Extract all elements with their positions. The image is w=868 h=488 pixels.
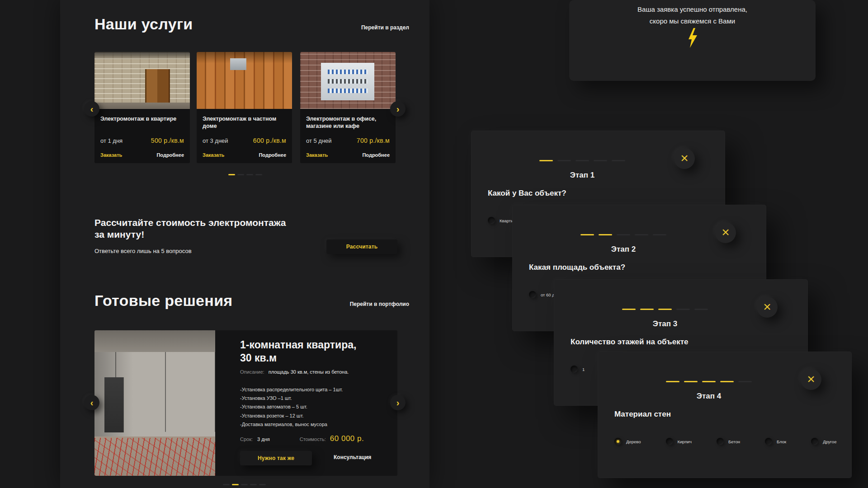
consultation-button[interactable]: Консультация bbox=[334, 454, 371, 460]
services-next-button[interactable]: › bbox=[390, 101, 406, 117]
close-button[interactable]: × bbox=[715, 222, 736, 243]
radio-label: Кирпич bbox=[678, 439, 692, 444]
dash[interactable] bbox=[250, 484, 257, 485]
works-item: -Установка распределительного щита – 1шт… bbox=[240, 385, 343, 394]
price-text: 700 р./кв.м bbox=[357, 137, 390, 144]
dash[interactable] bbox=[241, 484, 248, 485]
dash[interactable] bbox=[223, 484, 230, 485]
services-section-link[interactable]: Перейти в раздел bbox=[361, 24, 409, 31]
details-button[interactable]: Подробнее bbox=[156, 152, 184, 158]
radio-circle[interactable] bbox=[488, 217, 495, 224]
service-card: Электромонтаж в офисе, магазине или кафе… bbox=[300, 52, 396, 163]
radio-circle[interactable] bbox=[529, 291, 536, 298]
calculator-heading-line2: за минуту! bbox=[94, 229, 144, 240]
radio-option[interactable]: Бетон bbox=[717, 438, 740, 445]
radio-circle[interactable] bbox=[571, 366, 578, 373]
step-title: Этап 4 bbox=[666, 392, 752, 401]
success-toast: Ваша заявка успешно отправлена, скоро мы… bbox=[569, 0, 816, 81]
portfolio-section-link[interactable]: Перейти в портфолио bbox=[350, 301, 409, 307]
details-button[interactable]: Подробнее bbox=[259, 152, 286, 158]
dash bbox=[594, 160, 607, 161]
works-item: -Установка розеток – 12 шт. bbox=[240, 412, 343, 420]
quiz-modal-step4: Этап 4 × Материал стен Дерево Кирпич Бет… bbox=[598, 352, 852, 478]
portfolio-next-button[interactable]: › bbox=[390, 395, 406, 410]
close-button[interactable]: × bbox=[674, 148, 695, 169]
dash[interactable] bbox=[259, 484, 266, 485]
radio-circle[interactable] bbox=[666, 438, 673, 445]
radio-label: 1 bbox=[582, 367, 585, 372]
works-item: -Доставка материалов, вынос мусора bbox=[240, 420, 343, 429]
radio-circle[interactable] bbox=[614, 438, 622, 445]
radio-circle[interactable] bbox=[765, 438, 772, 445]
calculate-button[interactable]: Рассчитать bbox=[326, 239, 397, 254]
price-text: 600 р./кв.м bbox=[253, 137, 286, 144]
quiz-question: Количество этажей на объекте bbox=[571, 338, 688, 347]
progress-dashes bbox=[580, 234, 666, 235]
dash bbox=[653, 234, 666, 235]
quiz-options: 1 bbox=[571, 366, 585, 373]
renovated-room-photo bbox=[94, 330, 215, 476]
service-title: Электромонтаж в частном доме bbox=[203, 115, 280, 130]
radio-option[interactable]: Кирпич bbox=[666, 438, 692, 445]
radio-option[interactable]: Дерево bbox=[614, 438, 641, 445]
chevron-left-icon: ‹ bbox=[90, 398, 94, 407]
service-card: Электромонтаж в частном доме от 3 дней 6… bbox=[197, 52, 292, 163]
radio-option[interactable]: от 60 до bbox=[529, 291, 557, 298]
works-item: -Установка УЗО –1 шт. bbox=[240, 394, 343, 403]
progress-dashes bbox=[539, 160, 625, 161]
close-button[interactable]: × bbox=[801, 369, 821, 390]
dash[interactable] bbox=[246, 174, 253, 175]
dash bbox=[666, 381, 679, 382]
radio-option[interactable]: 1 bbox=[571, 366, 585, 373]
radio-option[interactable]: Квартир bbox=[488, 217, 516, 224]
radio-label: Бетон bbox=[728, 439, 740, 444]
calculator-heading-line1: Рассчитайте стоимость электромонтажа bbox=[94, 217, 286, 228]
order-button[interactable]: Заказать bbox=[100, 152, 122, 158]
cost-label: Стоимость: bbox=[300, 436, 326, 442]
dash bbox=[640, 309, 654, 310]
radio-circle[interactable] bbox=[717, 438, 724, 445]
term-value: 3 дня bbox=[257, 436, 270, 442]
chevron-right-icon: › bbox=[396, 398, 400, 407]
quiz-question: Какая площадь объекта? bbox=[529, 263, 625, 272]
dash[interactable] bbox=[255, 174, 262, 175]
solutions-heading: Готовые решения bbox=[94, 292, 232, 310]
same-project-button[interactable]: Нужно так же bbox=[240, 451, 312, 465]
radio-option[interactable]: Блок bbox=[765, 438, 786, 445]
dash bbox=[676, 309, 690, 310]
dash bbox=[539, 160, 553, 161]
close-icon: × bbox=[763, 300, 771, 314]
radio-circle[interactable] bbox=[811, 438, 818, 445]
quiz-question: Материал стен bbox=[614, 410, 671, 419]
details-button[interactable]: Подробнее bbox=[362, 152, 390, 158]
project-title-line2: 30 кв.м bbox=[240, 352, 356, 365]
quiz-question: Какой у Вас объект? bbox=[488, 189, 566, 198]
term-cost-row: Срок: 3 дня Стоимость: 60 000 р. bbox=[240, 434, 364, 443]
order-button[interactable]: Заказать bbox=[203, 152, 224, 158]
dash[interactable] bbox=[228, 174, 235, 175]
service-title: Электромонтаж в квартире bbox=[100, 115, 176, 122]
works-list: -Установка распределительного щита – 1шт… bbox=[240, 385, 343, 429]
services-heading: Наши услуги bbox=[94, 15, 193, 33]
dash[interactable] bbox=[237, 174, 244, 175]
step-title: Этап 3 bbox=[622, 319, 708, 328]
radio-label: Дерево bbox=[626, 439, 641, 444]
close-button[interactable]: × bbox=[757, 297, 778, 318]
project-title: 1-комнатная квартира, 30 кв.м bbox=[240, 338, 356, 365]
close-icon: × bbox=[807, 372, 815, 386]
price-row: от 1 дня 500 р./кв.м bbox=[100, 137, 184, 144]
services-pagination[interactable] bbox=[228, 174, 262, 175]
order-button[interactable]: Заказать bbox=[306, 152, 328, 158]
project-title-line1: 1-комнатная квартира, bbox=[240, 338, 356, 352]
card-actions: Заказать Подробнее bbox=[306, 152, 390, 158]
radio-label: Блок bbox=[777, 439, 786, 444]
apartment-photo bbox=[94, 52, 190, 109]
portfolio-prev-button[interactable]: ‹ bbox=[84, 395, 99, 410]
step-title: Этап 2 bbox=[580, 245, 666, 254]
services-prev-button[interactable]: ‹ bbox=[84, 101, 99, 117]
dash[interactable] bbox=[232, 484, 239, 485]
portfolio-pagination[interactable] bbox=[223, 484, 266, 485]
dash bbox=[557, 160, 571, 161]
dash bbox=[622, 309, 636, 310]
radio-option[interactable]: Другое bbox=[811, 438, 836, 445]
